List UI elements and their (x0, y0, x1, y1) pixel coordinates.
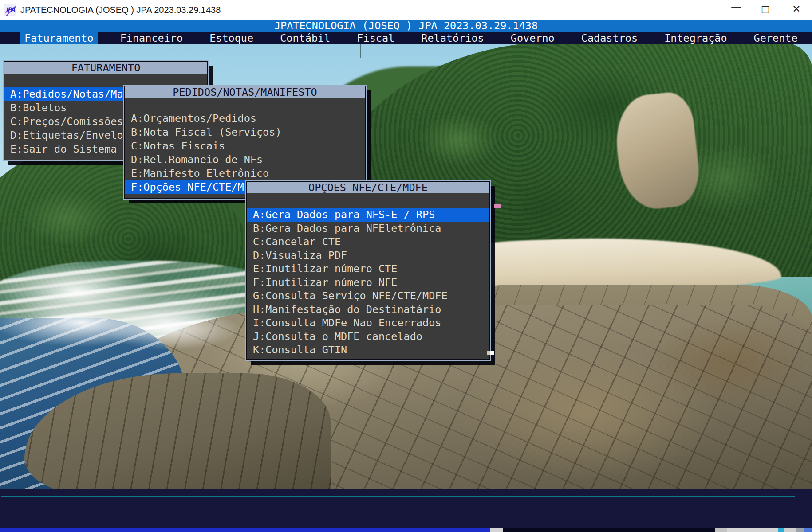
menu-faturamento-title: FATURAMENTO (4, 62, 207, 74)
menubar-item-faturamento[interactable]: Faturamento (20, 32, 98, 44)
window-title: JPATECNOLOGIA (JOSEQ ) JPA 2023.03.29.14… (20, 0, 221, 20)
strip-midgray (796, 528, 804, 532)
menubar-item-governo[interactable]: Governo (507, 32, 559, 44)
strip-white (490, 528, 503, 532)
menu-item-manifesto-eletronico[interactable]: E:Manifesto Eletrônico (125, 167, 365, 180)
close-icon: ✕ (783, 0, 810, 18)
close-button[interactable]: ✕ (783, 0, 810, 19)
strip-corner-blue (804, 528, 812, 532)
menubar-item-financeiro[interactable]: Financeiro (116, 32, 187, 44)
minimize-icon: — (722, 0, 750, 13)
status-band (0, 489, 812, 528)
menubar-item-relatorios[interactable]: Relatórios (417, 32, 488, 44)
menubar-item-integracao[interactable]: Integração (660, 32, 731, 44)
menu-item-manifestacao-destinatario[interactable]: H:Manifestação do Destinatário (247, 303, 489, 317)
maximize-icon: □ (752, 0, 779, 18)
menu-item-rel-romaneio[interactable]: D:Rel.Romaneio de NFs (125, 153, 365, 167)
menu-item-inutilizar-cte[interactable]: E:Inutilizar número CTE (247, 262, 489, 276)
menubar-item-gerente[interactable]: Gerente (750, 32, 802, 44)
menu-item-orcamentos[interactable]: A:Orçamentos/Pedidos (125, 112, 365, 125)
menu-opcoes-nfe-cte-mdfe: OPÇÕES NFE/CTE/MDFE A:Gera Dados para NF… (246, 181, 490, 360)
status-divider-line (1, 496, 795, 497)
window-titlebar: JPA JPATECNOLOGIA (JOSEQ ) JPA 2023.03.2… (0, 0, 812, 20)
menu-item-consulta-mdfe-cancelado[interactable]: J:Consulta o MDFE cancelado (247, 330, 489, 344)
menu-item-consulta-servico[interactable]: G:Consulta Serviço NFE/CTE/MDFE (247, 289, 489, 303)
menu-pedidos-title: PEDIDOS/NOTAS/MANIFESTO (125, 86, 365, 98)
strip-lightgray (727, 528, 778, 532)
strip-dark (503, 528, 715, 532)
menu-bar: Faturamento Financeiro Estoque Contábil … (0, 32, 812, 44)
strip-gray (715, 528, 727, 532)
menu-opcoes-body: A:Gera Dados para NFS-E / RPS B:Gera Dad… (247, 193, 489, 359)
strip-blue (0, 528, 490, 532)
minimize-button[interactable]: — (722, 0, 750, 19)
menubar-item-estoque[interactable]: Estoque (205, 32, 257, 44)
cursor-chip (487, 351, 494, 355)
menubar-item-cadastros[interactable]: Cadastros (577, 32, 642, 44)
menubar-item-fiscal[interactable]: Fiscal (353, 32, 398, 44)
menu-item-consulta-gtin[interactable]: K:Consulta GTIN (247, 343, 489, 357)
menu-item-consulta-mdfe-nao-encerrados[interactable]: I:Consulta MDFe Nao Encerrados (247, 316, 489, 330)
app-window: JPA JPATECNOLOGIA (JOSEQ ) JPA 2023.03.2… (0, 0, 812, 532)
menu-item-gera-nfse-rps[interactable]: A:Gera Dados para NFS-E / RPS (247, 208, 489, 222)
strip-light2 (784, 528, 796, 532)
menu-item-gera-nfeletronica[interactable]: B:Gera Dados para NFEletrônica (247, 222, 489, 235)
menu-opcoes-title: OPÇÕES NFE/CTE/MDFE (247, 182, 489, 193)
menubar-item-contabil[interactable]: Contábil (276, 32, 334, 44)
strip-cyan (778, 528, 784, 532)
bottom-edge-strip (0, 528, 812, 532)
menu-item-notas-fiscais[interactable]: C:Notas Fiscais (125, 139, 365, 153)
menu-item-inutilizar-nfe[interactable]: F:Inutilizar número NFE (247, 276, 489, 289)
pink-marker (494, 204, 501, 208)
menu-item-visualiza-pdf[interactable]: D:Visualiza PDF (247, 249, 489, 262)
menu-item-nota-fiscal-servicos[interactable]: B:Nota Fiscal (Serviços) (125, 125, 365, 139)
photo-antenna (360, 44, 361, 58)
app-title-bar: JPATECNOLOGIA (JOSEQ ) JPA 2023.03.29.14… (0, 20, 812, 32)
maximize-button[interactable]: □ (752, 0, 779, 19)
menu-item-cancelar-cte[interactable]: C:Cancelar CTE (247, 235, 489, 249)
app-icon: JPA (4, 4, 16, 16)
photo-foam-left (0, 293, 248, 359)
